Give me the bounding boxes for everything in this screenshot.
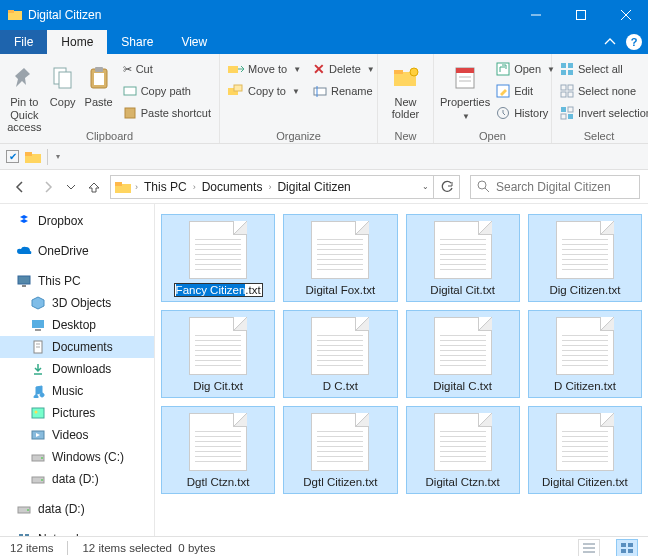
icons-view-button[interactable] bbox=[616, 539, 638, 557]
select-all-checkbox[interactable]: ✔ bbox=[6, 150, 19, 163]
move-to-button[interactable]: Move to▼ bbox=[224, 58, 305, 80]
file-item[interactable]: D Citizen.txt bbox=[528, 310, 642, 398]
path-icon bbox=[123, 84, 137, 98]
file-item[interactable]: Dig Cit.txt bbox=[161, 310, 275, 398]
tab-share[interactable]: Share bbox=[107, 30, 167, 54]
tree-onedrive[interactable]: OneDrive bbox=[0, 240, 154, 262]
move-icon bbox=[228, 62, 244, 76]
svg-point-60 bbox=[41, 479, 43, 481]
svg-rect-34 bbox=[561, 92, 566, 97]
tree-cdrive[interactable]: Windows (C:) bbox=[0, 446, 154, 468]
rename-input[interactable]: Fancy Citizen.txt bbox=[174, 283, 263, 297]
minimize-button[interactable] bbox=[513, 0, 558, 30]
paste-button[interactable]: Paste bbox=[81, 58, 117, 127]
help-icon[interactable]: ? bbox=[626, 34, 642, 50]
tab-file[interactable]: File bbox=[0, 30, 47, 54]
tree-music[interactable]: Music bbox=[0, 380, 154, 402]
text-file-icon bbox=[556, 413, 614, 471]
file-item[interactable]: Dig Citizen.txt bbox=[528, 214, 642, 302]
tree-pictures[interactable]: Pictures bbox=[0, 402, 154, 424]
tree-desktop[interactable]: Desktop bbox=[0, 314, 154, 336]
text-file-icon bbox=[311, 413, 369, 471]
invert-selection-button[interactable]: Invert selection bbox=[556, 102, 648, 124]
breadcrumb-documents[interactable]: Documents bbox=[200, 180, 265, 194]
file-item[interactable]: D C.txt bbox=[283, 310, 397, 398]
music-icon bbox=[30, 383, 46, 399]
address-bar[interactable]: › This PC › Documents › Digital Citizen … bbox=[110, 175, 434, 199]
ribbon-group-organize: Move to▼ Copy to▼ ✕Delete▼ Rename Organi… bbox=[220, 54, 378, 143]
file-name: Digital Citizen.txt bbox=[542, 476, 628, 488]
file-item[interactable]: Fancy Citizen.txt bbox=[161, 214, 275, 302]
rename-icon bbox=[313, 84, 327, 98]
tree-network[interactable]: Network bbox=[0, 528, 154, 536]
refresh-button[interactable] bbox=[434, 175, 460, 199]
tree-ddrive-root[interactable]: data (D:) bbox=[0, 498, 154, 520]
status-size: 0 bytes bbox=[178, 542, 215, 554]
ribbon-group-new: New folder New bbox=[378, 54, 434, 143]
file-item[interactable]: Dgtl Citizen.txt bbox=[283, 406, 397, 494]
text-file-icon bbox=[189, 413, 247, 471]
address-dropdown-icon[interactable]: ⌄ bbox=[422, 182, 429, 191]
tree-dropbox[interactable]: Dropbox bbox=[0, 210, 154, 232]
tree-ddrive[interactable]: data (D:) bbox=[0, 468, 154, 490]
edit-icon bbox=[496, 84, 510, 98]
edit-button[interactable]: Edit bbox=[492, 80, 559, 102]
properties-button[interactable]: Properties ▼ bbox=[438, 58, 492, 127]
delete-button[interactable]: ✕Delete▼ bbox=[309, 58, 379, 80]
file-item[interactable]: Dgtl Ctzn.txt bbox=[161, 406, 275, 494]
copy-icon bbox=[47, 62, 79, 94]
file-item[interactable]: Digital Citizen.txt bbox=[528, 406, 642, 494]
file-name: Digital Ctzn.txt bbox=[426, 476, 500, 488]
tree-downloads[interactable]: Downloads bbox=[0, 358, 154, 380]
paste-icon bbox=[83, 62, 115, 94]
forward-button[interactable] bbox=[36, 175, 60, 199]
file-pane[interactable]: Fancy Citizen.txtDigital Fox.txtDigital … bbox=[155, 204, 648, 536]
file-item[interactable]: Digital Ctzn.txt bbox=[406, 406, 520, 494]
select-none-button[interactable]: Select none bbox=[556, 80, 648, 102]
collapse-ribbon-icon[interactable] bbox=[604, 36, 616, 48]
file-item[interactable]: Digital Cit.txt bbox=[406, 214, 520, 302]
cut-button[interactable]: ✂Cut bbox=[119, 58, 215, 80]
svg-rect-9 bbox=[95, 67, 103, 72]
details-view-button[interactable] bbox=[578, 539, 600, 557]
tree-videos[interactable]: Videos bbox=[0, 424, 154, 446]
paste-shortcut-button[interactable]: Paste shortcut bbox=[119, 102, 215, 124]
file-item[interactable]: Digital C.txt bbox=[406, 310, 520, 398]
svg-rect-64 bbox=[25, 534, 29, 536]
select-all-button[interactable]: Select all bbox=[556, 58, 648, 80]
tree-documents[interactable]: Documents bbox=[0, 336, 154, 358]
file-name: Dig Cit.txt bbox=[193, 380, 243, 392]
navigation-tree[interactable]: Dropbox OneDrive This PC 3D Objects Desk… bbox=[0, 204, 155, 536]
open-button[interactable]: Open▼ bbox=[492, 58, 559, 80]
tree-3dobjects[interactable]: 3D Objects bbox=[0, 292, 154, 314]
rename-button[interactable]: Rename bbox=[309, 80, 379, 102]
quick-access-row: ✔ ▾ bbox=[0, 144, 648, 170]
breadcrumb-current[interactable]: Digital Citizen bbox=[275, 180, 352, 194]
file-name: D C.txt bbox=[323, 380, 358, 392]
videos-icon bbox=[30, 427, 46, 443]
file-name: Digital Cit.txt bbox=[430, 284, 495, 296]
up-button[interactable] bbox=[82, 175, 106, 199]
svg-point-58 bbox=[41, 457, 43, 459]
copy-button[interactable]: Copy bbox=[45, 58, 81, 127]
pin-to-quick-access-button[interactable]: Pin to Quick access bbox=[4, 58, 45, 127]
back-button[interactable] bbox=[8, 175, 32, 199]
copy-to-button[interactable]: Copy to▼ bbox=[224, 80, 305, 102]
tab-home[interactable]: Home bbox=[47, 30, 107, 54]
recent-dropdown-icon[interactable] bbox=[64, 175, 78, 199]
new-folder-button[interactable]: New folder bbox=[382, 58, 429, 127]
breadcrumb-thispc[interactable]: This PC bbox=[142, 180, 189, 194]
search-input[interactable]: Search Digital Citizen bbox=[470, 175, 640, 199]
tab-view[interactable]: View bbox=[167, 30, 221, 54]
svg-rect-69 bbox=[621, 543, 626, 547]
qat-dropdown-icon[interactable]: ▾ bbox=[56, 152, 60, 161]
svg-rect-30 bbox=[561, 70, 566, 75]
close-button[interactable] bbox=[603, 0, 648, 30]
maximize-button[interactable] bbox=[558, 0, 603, 30]
svg-rect-36 bbox=[561, 107, 566, 112]
tree-thispc[interactable]: This PC bbox=[0, 270, 154, 292]
file-item[interactable]: Digital Fox.txt bbox=[283, 214, 397, 302]
copy-path-button[interactable]: Copy path bbox=[119, 80, 215, 102]
history-button[interactable]: History bbox=[492, 102, 559, 124]
select-all-icon bbox=[560, 62, 574, 76]
